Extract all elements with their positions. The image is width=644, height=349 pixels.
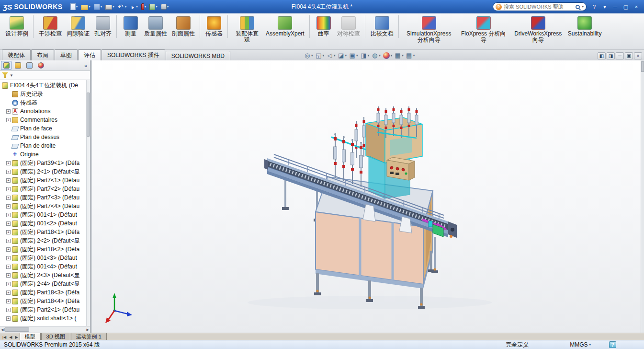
tree-expander[interactable]: + [6, 118, 11, 122]
tree-expander[interactable]: + [6, 204, 11, 209]
filter-funnel-icon[interactable] [2, 72, 8, 78]
tree-item[interactable]: Plan de droite [6, 141, 85, 150]
scrollbar-thumb[interactable] [641, 61, 644, 72]
tree-expander[interactable]: + [6, 170, 11, 174]
command-tab[interactable]: SOLIDWORKS MBD [166, 51, 230, 60]
ribbon-button[interactable]: 比较文档 [368, 15, 399, 38]
tree-expander[interactable]: + [6, 230, 11, 234]
doc-tab-nav-arrow[interactable]: |◀ [1, 335, 8, 340]
command-tab[interactable]: 布局 [31, 49, 54, 60]
tree-expander[interactable]: + [6, 273, 11, 278]
tree-item[interactable]: + (固定) Part18<2> (Défa [6, 245, 85, 254]
ribbon-button[interactable]: FloXpress 分析向导 [456, 15, 511, 45]
tree-item[interactable]: Plan de dessus [6, 133, 85, 141]
tree-expander[interactable]: + [6, 299, 11, 303]
dropdown-caret-icon[interactable]: ▾ [402, 54, 404, 58]
scrollbar-thumb[interactable] [87, 93, 90, 137]
tree-expander[interactable] [6, 144, 11, 148]
ribbon-button[interactable]: 设计算例 [3, 15, 34, 38]
quick-access-button[interactable]: ▾ [140, 3, 147, 11]
dropdown-caret-icon[interactable]: ▾ [156, 5, 158, 9]
tree-item[interactable]: + (固定) 001<3> (Défaut [6, 254, 85, 262]
search-caret-icon[interactable]: ▾ [582, 5, 584, 9]
tree-item[interactable]: + (固定) 2<4> (Défaut<显 [6, 279, 85, 288]
ribbon-button[interactable]: 孔对齐 [92, 15, 117, 38]
doc-window-button[interactable]: ◧ [598, 52, 606, 59]
quick-tips-icon[interactable]: ? [609, 341, 616, 348]
dropdown-caret-icon[interactable]: ▾ [379, 54, 381, 58]
tree-horizontal-scrollbar[interactable]: ◀ ▶ [0, 326, 90, 333]
tree-expander[interactable]: + [6, 247, 11, 252]
tree-item[interactable]: + (固定) 001<1> (Défaut [6, 210, 85, 219]
tree-item[interactable]: + (固定) 001<4> (Défaut [6, 262, 85, 271]
window-control-button[interactable]: ─ [610, 2, 620, 11]
search-input[interactable] [504, 4, 574, 10]
tree-item[interactable]: + (固定) Part7<2> (Défau [6, 185, 85, 193]
window-control-button[interactable]: × [632, 2, 641, 11]
tree-item[interactable]: + (固定) Part18<1> (Défa [6, 228, 85, 236]
ribbon-button[interactable]: DriveWorksXpress 向导 [511, 15, 565, 45]
tree-root-item[interactable]: FI004 4头4工位灌装机 (Dé [2, 81, 85, 90]
ribbon-button[interactable]: 装配体直观 [231, 15, 263, 45]
tree-expander[interactable]: + [6, 308, 11, 312]
tree-expander[interactable]: + [6, 291, 11, 295]
view-toolbar-button[interactable]: ◁ ▾ [325, 51, 336, 59]
control-panel[interactable] [387, 157, 415, 180]
quick-access-button[interactable]: ▾ [129, 3, 139, 11]
ribbon-button[interactable]: 质量属性 [142, 15, 169, 38]
tree-item[interactable]: + (固定) solid shaft<1> ( [6, 314, 85, 323]
doc-window-button[interactable]: ◨ [607, 52, 615, 59]
tree-expander[interactable]: + [6, 196, 11, 200]
tree-expander[interactable]: + [6, 221, 11, 226]
tree-item[interactable]: + (固定) Part7<4> (Défau [6, 202, 85, 210]
tree-item[interactable]: + (固定) Part7<3> (Défau [6, 193, 85, 202]
tree-expander[interactable]: + [6, 161, 11, 165]
view-toolbar-button[interactable]: ◪ ▾ [337, 51, 348, 59]
ribbon-button[interactable]: 间隙验证 [64, 15, 92, 38]
quick-access-button[interactable]: ▾ [104, 3, 115, 10]
ribbon-button[interactable]: SimulationXpress 分析向导 [402, 15, 456, 45]
tree-expander[interactable] [6, 127, 11, 131]
units-selector[interactable]: MMGS ▾ [570, 341, 591, 348]
filter-caret-icon[interactable]: ▼ [10, 73, 13, 78]
dropdown-caret-icon[interactable]: ▾ [368, 54, 370, 58]
view-toolbar-button[interactable]: ▤ ▾ [405, 51, 416, 59]
tab-feature-manager[interactable] [1, 61, 11, 70]
dropdown-caret-icon[interactable]: ▾ [125, 5, 127, 9]
tab-property-manager[interactable] [12, 61, 23, 70]
doc-tab-nav-arrow[interactable]: ▶ [13, 335, 19, 340]
tree-expander[interactable]: + [6, 316, 11, 321]
dropdown-caret-icon[interactable]: ▾ [167, 5, 169, 9]
tree-item[interactable]: + (固定) 2<3> (Défaut<显 [6, 271, 85, 279]
tree-item[interactable]: 历史记录 [6, 90, 85, 98]
dropdown-caret-icon[interactable]: ▾ [113, 5, 114, 9]
quick-access-button[interactable]: ▾ [117, 2, 128, 11]
quick-access-button[interactable]: ▾ [93, 3, 103, 11]
ribbon-button[interactable]: Sustainability [565, 15, 604, 38]
help-search-box[interactable]: ? ▾ [493, 2, 587, 11]
ribbon-button[interactable]: 曲率 [313, 15, 335, 38]
quick-access-button[interactable]: ▾ [160, 3, 170, 10]
view-toolbar-button[interactable]: ◱ ▾ [314, 51, 325, 59]
dropdown-caret-icon[interactable]: ▾ [356, 54, 358, 58]
machine-3d-model[interactable] [92, 60, 644, 333]
document-tab[interactable]: 模型 [20, 333, 41, 340]
view-toolbar-button[interactable]: ▦ ▾ [393, 51, 404, 59]
window-control-button[interactable]: ? [589, 2, 599, 11]
tree-vertical-scrollbar[interactable] [86, 80, 90, 326]
scroll-left-arrow[interactable]: ◀ [1, 328, 3, 332]
dropdown-caret-icon[interactable]: ▾ [89, 5, 90, 9]
tab-configuration-manager[interactable] [24, 61, 34, 70]
document-tab[interactable]: 运动算例 1 [71, 333, 107, 340]
tree-expander[interactable] [6, 92, 11, 96]
doc-tab-nav-arrow[interactable]: ◀ [8, 335, 13, 340]
quick-access-button[interactable]: ▾ [69, 3, 79, 11]
scroll-right-arrow[interactable]: ▶ [87, 328, 89, 332]
dropdown-caret-icon[interactable]: ▾ [391, 54, 393, 58]
command-tab[interactable]: SOLIDWORKS 插件 [102, 49, 165, 60]
dropdown-caret-icon[interactable]: ▾ [76, 5, 78, 9]
command-tab[interactable]: 评估 [78, 49, 101, 60]
tree-expander[interactable]: + [6, 282, 11, 286]
ribbon-button[interactable]: 传感器 [203, 15, 228, 38]
tree-item[interactable]: + (固定) 001<2> (Défaut [6, 219, 85, 228]
